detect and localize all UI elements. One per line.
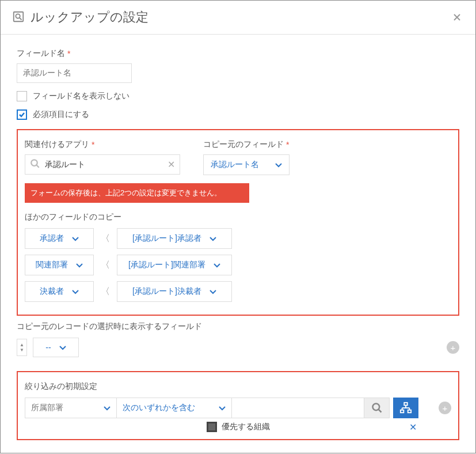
link-app-value: 承認ルート	[45, 160, 163, 170]
arrow-left-icon: 〈	[101, 233, 110, 245]
copy-source-label: コピー元のフィールド	[203, 139, 284, 150]
chevron-down-icon	[72, 287, 79, 296]
svg-point-5	[31, 160, 37, 166]
filter-operator-dropdown[interactable]: 次のいずれかを含む	[117, 398, 232, 418]
copy-src-value: [承認ルート]関連部署	[128, 260, 205, 270]
svg-line-8	[378, 410, 381, 413]
sort-handle[interactable]: ▲▼	[17, 339, 27, 356]
copy-dst-value: 関連部署	[36, 260, 68, 270]
clear-icon[interactable]: ✕	[167, 159, 175, 170]
display-field-value: --	[45, 343, 51, 352]
org-icon	[207, 422, 217, 432]
field-name-label: フィールド名	[17, 48, 65, 59]
filter-field-dropdown[interactable]: 所属部署	[25, 398, 117, 418]
filter-chip-label: 優先する組織	[222, 422, 270, 432]
lookup-icon	[12, 10, 25, 25]
filter-value-input[interactable]	[232, 398, 364, 418]
chevron-down-icon	[72, 234, 79, 243]
arrow-left-icon: 〈	[101, 259, 110, 271]
svg-rect-11	[408, 410, 412, 413]
svg-point-1	[16, 14, 20, 18]
filter-field-value: 所属部署	[31, 403, 63, 413]
other-copy-label: ほかのフィールドのコピー	[25, 212, 451, 222]
chevron-down-icon	[59, 343, 66, 352]
svg-point-7	[372, 404, 379, 411]
filter-org-picker-button[interactable]	[393, 398, 418, 418]
svg-rect-10	[401, 410, 404, 413]
filter-label: 絞り込みの初期設定	[25, 381, 451, 392]
search-icon	[30, 158, 40, 171]
required-checkbox[interactable]	[17, 109, 27, 120]
copy-src-value: [承認ルート]承認者	[132, 233, 201, 244]
filter-frame: 絞り込みの初期設定 所属部署 次のいずれかを含む	[17, 371, 459, 440]
svg-rect-9	[404, 403, 408, 406]
chevron-down-icon	[210, 287, 216, 296]
link-app-picker[interactable]: 承認ルート ✕	[25, 154, 180, 175]
copy-dst-dropdown[interactable]: 承認者	[25, 228, 94, 249]
add-display-field-button[interactable]: +	[447, 341, 459, 354]
link-app-frame: 関連付けるアプリ * 承認ルート ✕ コピー元のフィールド *	[17, 129, 459, 316]
filter-chip: 優先する組織	[207, 422, 270, 432]
add-filter-button[interactable]: +	[439, 402, 451, 414]
chevron-down-icon	[210, 234, 216, 243]
warning-banner: フォームの保存後は、上記2つの設定は変更できません。	[25, 183, 249, 203]
copy-src-dropdown[interactable]: [承認ルート]承認者	[117, 228, 232, 249]
link-app-label: 関連付けるアプリ	[25, 139, 89, 150]
required-checkbox-label: 必須項目にする	[33, 109, 89, 120]
close-button[interactable]	[450, 10, 464, 24]
copy-dst-dropdown[interactable]: 関連部署	[25, 255, 94, 275]
copy-dst-dropdown[interactable]: 決裁者	[25, 281, 94, 302]
chevron-down-icon	[214, 260, 220, 270]
copy-dst-value: 承認者	[40, 233, 64, 244]
chevron-down-icon	[76, 260, 83, 270]
copy-src-dropdown[interactable]: [承認ルート]関連部署	[117, 255, 232, 275]
display-fields-label: コピー元のレコードの選択時に表示するフィールド	[17, 321, 459, 332]
copy-src-dropdown[interactable]: [承認ルート]決裁者	[117, 281, 232, 302]
svg-line-6	[36, 165, 39, 168]
filter-chip-remove[interactable]: ✕	[409, 422, 417, 433]
required-mark: *	[286, 140, 289, 149]
display-field-dropdown[interactable]: --	[33, 338, 79, 357]
hide-field-name-label: フィールド名を表示しない	[33, 91, 130, 101]
copy-dst-value: 決裁者	[40, 286, 64, 297]
required-mark: *	[67, 49, 70, 58]
required-mark: *	[92, 140, 94, 149]
arrow-left-icon: 〈	[101, 286, 110, 298]
dialog-header: ルックアップの設定	[1, 1, 475, 35]
chevron-down-icon	[219, 403, 226, 413]
filter-operator-value: 次のいずれかを含む	[123, 403, 195, 413]
hide-field-name-checkbox[interactable]	[17, 91, 27, 101]
chevron-down-icon	[104, 403, 111, 413]
svg-line-2	[20, 17, 22, 20]
copy-source-dropdown[interactable]: 承認ルート名	[203, 154, 290, 175]
filter-search-button[interactable]	[364, 398, 390, 418]
copy-source-value: 承認ルート名	[211, 160, 259, 170]
dialog-title: ルックアップの設定	[31, 9, 148, 26]
copy-src-value: [承認ルート]決裁者	[132, 286, 201, 297]
svg-rect-0	[14, 12, 24, 21]
field-name-input[interactable]	[17, 63, 132, 83]
chevron-down-icon	[275, 160, 282, 169]
